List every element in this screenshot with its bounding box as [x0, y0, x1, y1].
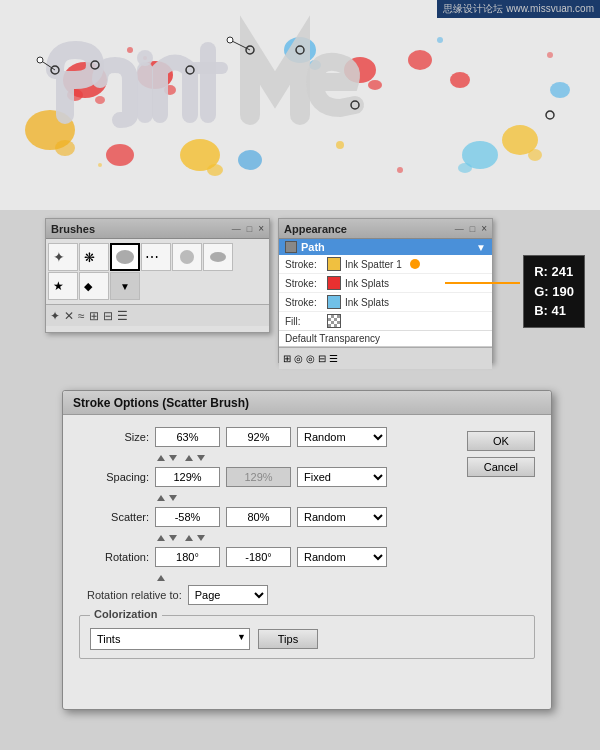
appearance-minimize[interactable]: —	[455, 224, 464, 234]
scatter-max-down[interactable]	[197, 535, 205, 541]
svg-point-28	[98, 163, 102, 167]
size-min-input[interactable]	[155, 427, 220, 447]
ap-fill-swatch[interactable]	[327, 314, 341, 328]
brushes-minimize[interactable]: —	[232, 224, 241, 234]
ap-tool-1[interactable]: ⊞	[283, 353, 291, 364]
ap-tool-4[interactable]: ⊟	[318, 353, 326, 364]
appearance-toolbar: ⊞ ◎ ◎ ⊟ ☰	[279, 347, 492, 369]
scatter-dropdown[interactable]: Random Fixed	[297, 507, 387, 527]
brushes-title: Brushes	[51, 223, 95, 235]
tints-select[interactable]: Tints None Tints and Shades Hue Shift	[90, 628, 250, 650]
appearance-maximize[interactable]: □	[470, 224, 475, 234]
brush-item-3[interactable]	[110, 243, 140, 271]
svg-point-44	[116, 250, 134, 264]
rotation-dropdown[interactable]: Random Fixed	[297, 547, 387, 567]
svg-point-14	[55, 140, 75, 156]
brush-item-8[interactable]: ◆	[79, 272, 109, 300]
svg-point-22	[550, 82, 570, 98]
brushes-toolbar: ✦ ✕ ≈ ⊞ ⊟ ☰	[46, 304, 269, 326]
spacing-max-input	[226, 467, 291, 487]
dialog-title: Stroke Options (Scatter Brush)	[73, 396, 249, 410]
brush-tool-3[interactable]: ≈	[78, 309, 85, 323]
scatter-min-down[interactable]	[169, 535, 177, 541]
ap-transparency-label: Default Transparency	[285, 333, 380, 344]
spacing-min-input[interactable]	[155, 467, 220, 487]
size-min-down2[interactable]	[197, 455, 205, 461]
cancel-button[interactable]: Cancel	[467, 457, 535, 477]
ap-tool-3[interactable]: ◎	[306, 353, 315, 364]
ap-stroke2-name: Ink Splats	[345, 278, 389, 289]
ap-stroke1-swatch[interactable]	[327, 257, 341, 271]
appearance-close[interactable]: ×	[481, 223, 487, 234]
rotation-label: Rotation:	[79, 551, 149, 563]
brush-tool-2[interactable]: ✕	[64, 309, 74, 323]
spacing-down[interactable]	[169, 495, 177, 501]
brush-item-5[interactable]	[172, 243, 202, 271]
svg-point-9	[450, 72, 470, 88]
brush-tool-1[interactable]: ✦	[50, 309, 60, 323]
ap-stroke1-name: Ink Spatter 1	[345, 259, 402, 270]
svg-point-3	[95, 96, 105, 104]
brush-item-6[interactable]	[203, 243, 233, 271]
ap-tool-5[interactable]: ☰	[329, 353, 338, 364]
brush-item-7[interactable]: ★	[48, 272, 78, 300]
tips-button[interactable]: Tips	[258, 629, 318, 649]
ap-stroke1-dot	[410, 259, 420, 269]
brush-item-2[interactable]: ❋	[79, 243, 109, 271]
ap-stroke2-label: Stroke:	[285, 278, 323, 289]
size-label: Size:	[79, 431, 149, 443]
spacing-dropdown[interactable]: Fixed Random	[297, 467, 387, 487]
dialog-buttons: OK Cancel	[467, 431, 535, 477]
appearance-content: Path ▼ Stroke: Ink Spatter 1 Stroke: Ink…	[279, 239, 492, 347]
ap-transparency: Default Transparency	[279, 330, 492, 346]
scatter-max-up[interactable]	[185, 535, 193, 541]
rotation-max-input[interactable]	[226, 547, 291, 567]
rotation-row: Rotation: Random Fixed	[79, 547, 535, 567]
ap-stroke1-label: Stroke:	[285, 259, 323, 270]
spacing-up[interactable]	[157, 495, 165, 501]
svg-point-40	[37, 57, 43, 63]
brush-item-4[interactable]: ⋯	[141, 243, 171, 271]
color-tooltip: R: 241 G: 190 B: 41	[523, 255, 585, 328]
scatter-min-up[interactable]	[157, 535, 165, 541]
svg-text:◆: ◆	[84, 280, 93, 292]
ap-stroke3-name: Ink Splats	[345, 297, 389, 308]
size-min-up2[interactable]	[185, 455, 193, 461]
svg-point-16	[528, 149, 542, 161]
ap-path-row: Path ▼	[279, 239, 492, 255]
svg-point-27	[437, 37, 443, 43]
size-dropdown[interactable]: Random Fixed Pressure	[297, 427, 387, 447]
brush-tool-6[interactable]: ☰	[117, 309, 128, 323]
svg-point-30	[137, 50, 153, 66]
size-min-down[interactable]	[169, 455, 177, 461]
color-b-row: B: 41	[534, 301, 574, 321]
brush-scroll-arrow[interactable]: ▼	[110, 272, 140, 300]
ap-tool-2[interactable]: ◎	[294, 353, 303, 364]
color-b-label: B:	[534, 303, 548, 318]
scatter-max-input[interactable]	[226, 507, 291, 527]
ap-fill-row: Fill:	[279, 312, 492, 330]
color-r-label: R:	[534, 264, 548, 279]
color-r-value: 241	[552, 264, 574, 279]
svg-point-29	[547, 52, 553, 58]
rotation-min-input[interactable]	[155, 547, 220, 567]
spacing-label: Spacing:	[79, 471, 149, 483]
brushes-close[interactable]: ×	[258, 223, 264, 234]
ap-stroke2-swatch[interactable]	[327, 276, 341, 290]
ok-button[interactable]: OK	[467, 431, 535, 451]
svg-point-20	[458, 163, 472, 173]
brush-tool-5[interactable]: ⊟	[103, 309, 113, 323]
brush-item-1[interactable]: ✦	[48, 243, 78, 271]
brushes-grid: ✦ ❋ ⋯ ★ ◆ ▼	[46, 239, 256, 304]
ap-stroke3-swatch[interactable]	[327, 295, 341, 309]
size-min-up[interactable]	[157, 455, 165, 461]
brush-tool-4[interactable]: ⊞	[89, 309, 99, 323]
scatter-min-input[interactable]	[155, 507, 220, 527]
size-max-input[interactable]	[226, 427, 291, 447]
rotation-up[interactable]	[157, 575, 165, 581]
rotation-relative-label: Rotation relative to:	[87, 589, 182, 601]
brushes-maximize[interactable]: □	[247, 224, 252, 234]
rotation-steppers	[79, 573, 535, 581]
spacing-steppers	[79, 493, 535, 501]
rotation-relative-dropdown[interactable]: Page Path	[188, 585, 268, 605]
